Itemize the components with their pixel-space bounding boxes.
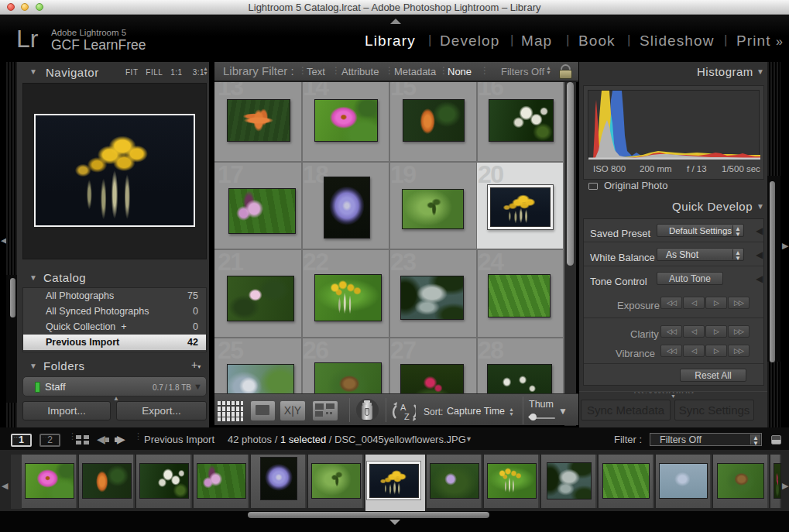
svg-text:A: A [400, 403, 407, 412]
svg-text:Z: Z [404, 412, 410, 421]
